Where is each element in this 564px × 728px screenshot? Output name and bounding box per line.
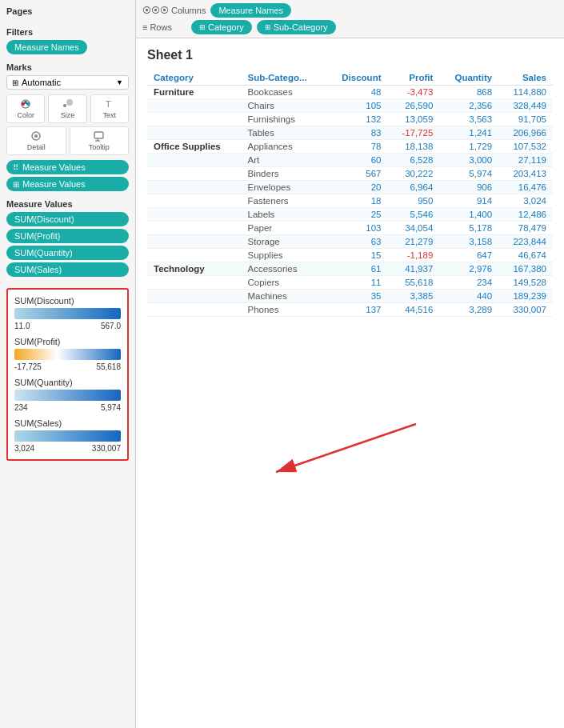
table-row: Tables83-17,7251,241206,966 (147, 126, 553, 140)
legend-quantity-values: 234 5,974 (14, 403, 121, 412)
cell-quantity: 1,400 (439, 208, 498, 222)
table-row: Office SuppliesAppliances7818,1381,72910… (147, 140, 553, 154)
marks-type-dropdown[interactable]: ⊞ Automatic ▼ (6, 75, 129, 90)
table-row: Furnishings13213,0593,56391,705 (147, 113, 553, 126)
cell-profit: 13,059 (388, 113, 440, 126)
rows-category-pill[interactable]: ⊞ Category (191, 20, 252, 34)
color-button[interactable]: Color (6, 94, 45, 123)
sum-discount-pill[interactable]: SUM(Discount) (6, 212, 129, 226)
data-table: Category Sub-Catego... Discount Profit Q… (147, 70, 553, 317)
table-row: Supplies15-1,18964746,674 (147, 249, 553, 262)
profit-min: -17,725 (14, 362, 42, 371)
pages-section: Pages (6, 6, 129, 19)
pages-title: Pages (6, 6, 129, 16)
cell-category (147, 126, 241, 140)
marks-buttons: Color Size T Text (6, 94, 129, 123)
table-row: Art606,5283,00027,119 (147, 154, 553, 167)
text-label: Text (103, 111, 117, 119)
cell-profit: 55,618 (388, 276, 440, 290)
cell-subcat: Phones (241, 303, 326, 317)
cell-subcat: Furnishings (241, 113, 326, 126)
marks-buttons2: Detail Tooltip (6, 126, 129, 155)
cell-discount: 60 (326, 154, 388, 167)
columns-measure-names-pill[interactable]: Measure Names (210, 3, 291, 18)
cell-profit: -17,725 (388, 126, 440, 140)
cell-quantity: 3,563 (439, 113, 498, 126)
cell-profit: 950 (388, 194, 440, 208)
text-button[interactable]: T Text (90, 94, 129, 123)
cell-profit: 21,279 (388, 235, 440, 249)
cell-category (147, 99, 241, 113)
legend-sales-values: 3,024 330,007 (14, 444, 121, 453)
cell-sales: 78,479 (498, 222, 553, 235)
cell-quantity: 1,729 (439, 140, 498, 154)
cell-profit: -3,473 (388, 86, 440, 99)
marks-type-label: Automatic (22, 78, 61, 87)
col-header-category: Category (147, 70, 241, 86)
discount-min: 11.0 (14, 322, 30, 330)
marks-section: Marks ⊞ Automatic ▼ Color Size T Text (6, 62, 129, 191)
cell-sales: 91,705 (498, 113, 553, 126)
svg-rect-9 (94, 132, 103, 138)
size-button[interactable]: Size (48, 94, 86, 123)
cell-quantity: 868 (439, 86, 498, 99)
tooltip-button[interactable]: Tooltip (70, 126, 130, 155)
cell-profit: 5,546 (388, 208, 440, 222)
color-label: Color (17, 111, 34, 119)
measure-values-dots-pill[interactable]: ⠿ Measure Values (6, 160, 129, 174)
cell-profit: 18,138 (388, 140, 440, 154)
cell-sales: 107,532 (498, 140, 553, 154)
view-area: Sheet 1 Category Sub-Catego... Discount … (136, 38, 564, 728)
table-header-row: Category Sub-Catego... Discount Profit Q… (147, 70, 553, 86)
table-row: Phones13744,5163,289330,007 (147, 303, 553, 317)
cell-category (147, 222, 241, 235)
rows-subcategory-pill[interactable]: ⊞ Sub-Category (257, 20, 336, 34)
sum-quantity-pill[interactable]: SUM(Quantity) (6, 246, 129, 260)
measure-names-filter-pill[interactable]: Measure Names (6, 40, 87, 54)
cell-quantity: 440 (439, 290, 498, 303)
cell-discount: 83 (326, 126, 388, 140)
col-header-discount: Discount (326, 70, 388, 86)
cell-quantity: 647 (439, 249, 498, 262)
sum-sales-pill[interactable]: SUM(Sales) (6, 262, 129, 277)
detail-button[interactable]: Detail (6, 126, 66, 155)
cell-profit: 41,937 (388, 262, 440, 276)
cell-sales: 149,528 (498, 276, 553, 290)
cell-quantity: 1,241 (439, 126, 498, 140)
cell-category (147, 194, 241, 208)
cell-quantity: 906 (439, 181, 498, 194)
legend-discount-values: 11.0 567.0 (14, 322, 121, 330)
measure-values-table-label: Measure Values (22, 179, 86, 189)
shelf-area: ⦿⦿⦿ Columns Measure Names ≡ Rows ⊞ Categ… (136, 0, 564, 38)
cell-profit: 6,528 (388, 154, 440, 167)
cell-discount: 61 (326, 262, 388, 276)
cell-subcat: Binders (241, 167, 326, 181)
table-row: Machines353,385440189,239 (147, 290, 553, 303)
quantity-bar-fill (14, 390, 121, 401)
legend-quantity-label: SUM(Quantity) (14, 378, 121, 387)
measure-values-table-pill[interactable]: ⊞ Measure Values (6, 177, 129, 191)
cell-category (147, 167, 241, 181)
cell-profit: -1,189 (388, 249, 440, 262)
cell-subcat: Machines (241, 290, 326, 303)
col-header-sales: Sales (498, 70, 553, 86)
col-header-profit: Profit (388, 70, 440, 86)
cell-category (147, 113, 241, 126)
sales-bar-fill (14, 430, 121, 442)
cell-sales: 223,844 (498, 235, 553, 249)
cell-discount: 63 (326, 235, 388, 249)
cell-discount: 132 (326, 113, 388, 126)
legend-discount-label: SUM(Discount) (14, 296, 121, 306)
cell-subcat: Appliances (241, 140, 326, 154)
cell-sales: 328,449 (498, 99, 553, 113)
table-row: Copiers1155,618234149,528 (147, 276, 553, 290)
svg-point-4 (63, 104, 66, 107)
svg-text:T: T (106, 99, 111, 109)
sales-min: 3,024 (14, 444, 34, 453)
col-header-quantity: Quantity (439, 70, 498, 86)
svg-point-3 (24, 101, 27, 104)
cell-profit: 44,516 (388, 303, 440, 317)
cell-subcat: Labels (241, 208, 326, 222)
measure-values-title: Measure Values (6, 199, 129, 209)
sum-profit-pill[interactable]: SUM(Profit) (6, 229, 129, 243)
